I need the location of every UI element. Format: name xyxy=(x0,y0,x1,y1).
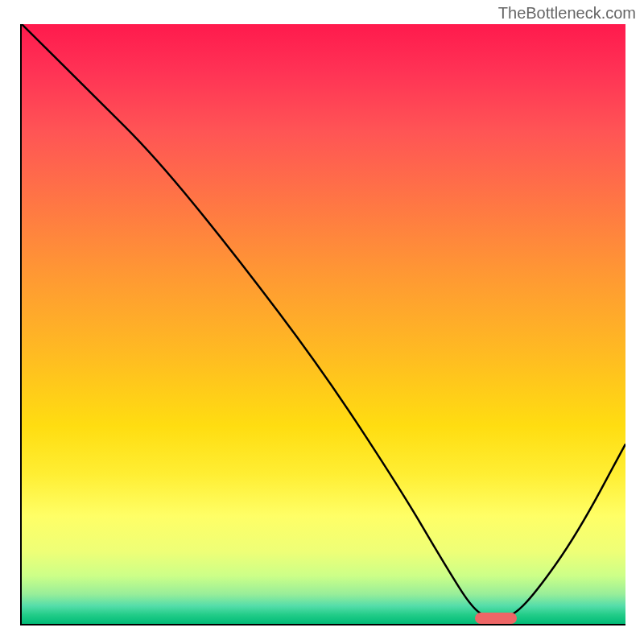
optimal-marker xyxy=(475,613,518,624)
chart-container: TheBottleneck.com xyxy=(0,0,644,644)
bottleneck-curve xyxy=(22,24,625,624)
watermark-text: TheBottleneck.com xyxy=(498,4,636,23)
plot-area xyxy=(20,24,625,625)
